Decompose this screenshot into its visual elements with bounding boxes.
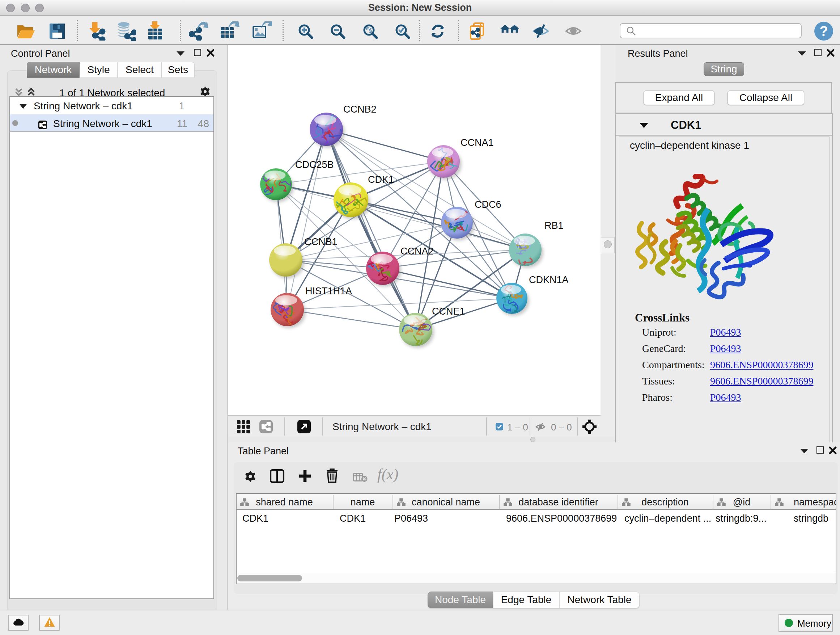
svg-text:CDC6: CDC6 <box>475 199 501 210</box>
svg-text:CCNB1: CCNB1 <box>304 236 338 247</box>
svg-text:RB1: RB1 <box>545 220 564 231</box>
svg-text:CCNA1: CCNA1 <box>461 137 494 148</box>
svg-text:CCNB2: CCNB2 <box>343 104 377 115</box>
svg-text:HIST1H1A: HIST1H1A <box>305 286 352 296</box>
svg-text:CDC25B: CDC25B <box>295 159 334 170</box>
svg-text:CCNA2: CCNA2 <box>401 246 434 257</box>
svg-text:CCNE1: CCNE1 <box>432 306 465 317</box>
svg-text:CDKN1A: CDKN1A <box>529 274 569 285</box>
svg-text:CDK1: CDK1 <box>368 174 394 185</box>
